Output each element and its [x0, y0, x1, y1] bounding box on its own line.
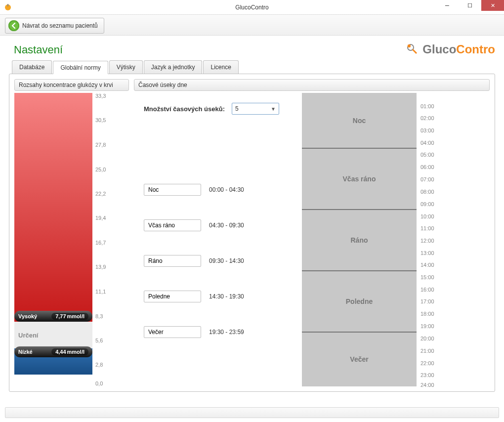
back-button-label: Návrat do seznamu pacientů [22, 22, 98, 29]
app-icon [4, 3, 12, 11]
segment-range-1: 04:30 - 09:30 [209, 222, 244, 229]
back-arrow-icon [8, 20, 19, 31]
day-segment-label: Ráno [351, 236, 368, 244]
window-close-button[interactable]: ✕ [481, 0, 504, 11]
hour-tick: 04:00 [420, 140, 434, 146]
hour-tick: 01:00 [420, 103, 434, 109]
hour-tick: 14:00 [420, 262, 434, 268]
tick: 25,0 [95, 167, 106, 172]
glucose-target-label: Určení [18, 332, 38, 339]
brand-logo: GlucoContro [406, 42, 495, 56]
day-segment-label: Večer [350, 355, 368, 363]
hour-ticks: 01:00 02:00 03:00 04:00 05:00 06:00 07:0… [420, 93, 445, 386]
tick: 13,9 [95, 264, 106, 270]
time-segments-header: Časové úseky dne [134, 79, 490, 91]
segment-row: 19:30 - 23:59 [144, 326, 290, 338]
segment-range-0: 00:00 - 04:30 [209, 186, 244, 193]
hour-tick: 19:00 [420, 323, 434, 329]
page-title: Nastavení [14, 43, 63, 56]
day-segment-poledne[interactable]: Poledne [302, 270, 417, 332]
hour-tick: 24:00 [420, 382, 434, 388]
tick: 16,7 [95, 240, 106, 246]
toolbar: Návrat do seznamu pacientů [0, 15, 504, 36]
day-segment-rano[interactable]: Ráno [302, 209, 417, 270]
back-to-patients-button[interactable]: Návrat do seznamu pacientů [5, 18, 104, 34]
glucose-target-zone: Určení [14, 322, 92, 348]
day-segment-label: Noc [353, 117, 366, 125]
tick: 0,0 [95, 380, 103, 386]
segment-name-input-1[interactable] [144, 219, 201, 231]
glucose-ranges-panel: Rozsahy koncentrace glukózy v krvi Vysok… [14, 79, 129, 386]
glucose-high-handle[interactable]: Vysoký 7,77mmol/l [14, 311, 92, 322]
glucose-unit-2: mmol/l [67, 349, 84, 355]
tick: 2,8 [95, 362, 103, 368]
day-segment-vecer[interactable]: Večer [302, 332, 417, 386]
tick: 19,4 [95, 215, 106, 221]
day-bar-wrap: Noc Včas ráno Ráno Poledne Večer 01:00 0… [302, 93, 490, 386]
hour-tick: 07:00 [420, 176, 434, 182]
status-bar [5, 407, 499, 418]
hour-tick: 11:00 [420, 225, 434, 231]
window-titlebar: GlucoContro ─ ☐ ✕ [0, 0, 504, 15]
segment-range-2: 09:30 - 14:30 [209, 257, 244, 264]
day-segment-noc[interactable]: Noc [302, 93, 417, 148]
segment-name-input-3[interactable] [144, 291, 201, 302]
window-maximize-button[interactable]: ☐ [459, 0, 481, 11]
glucose-ranges-header: Rozsahy koncentrace glukózy v krvi [14, 79, 129, 91]
hour-tick: 05:00 [420, 152, 434, 158]
glucose-low-handle[interactable]: Nízké 4,44mmol/l [14, 346, 92, 357]
hour-tick: 03:00 [420, 127, 434, 133]
hour-tick: 09:00 [420, 201, 434, 207]
glucose-unit: mmol/l [67, 313, 84, 319]
day-segment-label: Poledne [346, 297, 373, 305]
hour-tick: 15:00 [420, 274, 434, 280]
time-segments-panel: Časové úseky dne Množství časových úseků… [134, 79, 490, 386]
tick: 27,8 [95, 142, 106, 148]
hour-tick: 22:00 [420, 360, 434, 366]
hour-tick: 06:00 [420, 164, 434, 170]
chevron-down-icon: ▼ [271, 106, 276, 112]
svg-rect-1 [7, 4, 8, 6]
svg-line-3 [413, 49, 417, 53]
segment-count-value: 5 [235, 105, 239, 112]
settings-tabs: Databáze Globální normy Výtisky Jazyk a … [12, 60, 504, 74]
window-minimize-button[interactable]: ─ [436, 0, 459, 11]
main-panel: Rozsahy koncentrace glukózy v krvi Vysok… [9, 74, 495, 392]
tab-prints[interactable]: Výtisky [109, 60, 143, 74]
tick: 5,6 [95, 338, 103, 343]
window-title: GlucoContro [0, 4, 504, 11]
day-bar[interactable]: Noc Včas ráno Ráno Poledne Večer [302, 93, 417, 386]
glucose-ticks: 33,3 30,5 27,8 25,0 22,2 19,4 16,7 13,9 … [95, 93, 125, 386]
hour-tick: 20:00 [420, 336, 434, 341]
tab-language-units[interactable]: Jazyk a jednotky [144, 60, 203, 74]
brand-icon [406, 42, 420, 56]
tab-license[interactable]: Licence [203, 60, 238, 74]
day-segment-vcasrano[interactable]: Včas ráno [302, 148, 417, 209]
hour-tick: 02:00 [420, 115, 434, 121]
segment-name-input-2[interactable] [144, 255, 201, 267]
hour-tick: 23:00 [420, 372, 434, 378]
hour-tick: 12:00 [420, 238, 434, 244]
segment-row: 09:30 - 14:30 [144, 255, 290, 267]
segment-count-label: Množství časových úseků: [144, 105, 225, 113]
segment-range-3: 14:30 - 19:30 [209, 293, 244, 300]
hour-tick: 13:00 [420, 250, 434, 256]
segment-name-input-4[interactable] [144, 326, 201, 338]
tab-database[interactable]: Databáze [12, 60, 52, 74]
tick: 22,2 [95, 191, 106, 197]
segment-row: 00:00 - 04:30 [144, 184, 290, 196]
segment-name-input-0[interactable] [144, 184, 201, 196]
time-segments-inputs: Množství časových úseků: 5 ▼ 00:00 - 04:… [134, 93, 297, 386]
glucose-low-label: Nízké [18, 349, 33, 355]
tab-global-norms[interactable]: Globální normy [53, 61, 108, 74]
segment-count-select[interactable]: 5 ▼ [232, 103, 279, 115]
segment-row: 14:30 - 19:30 [144, 291, 290, 302]
glucose-low-value: 4,44 [55, 349, 66, 355]
glucose-gauge: Vysoký 7,77mmol/l Určení Nízké 4,44mmol/… [14, 93, 129, 386]
svg-rect-4 [408, 44, 411, 47]
tick: 11,1 [95, 289, 106, 295]
hour-tick: 18:00 [420, 311, 434, 317]
segment-range-4: 19:30 - 23:59 [209, 329, 244, 336]
glucose-high-label: Vysoký [18, 313, 37, 319]
tick: 33,3 [95, 93, 106, 99]
